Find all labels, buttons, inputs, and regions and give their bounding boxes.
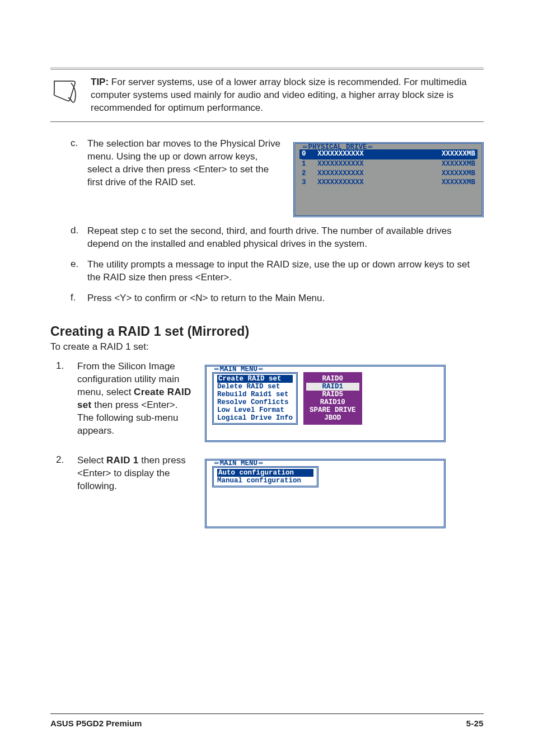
numstep-2: 2. Select RAID 1 then press <Enter> to d… [56,454,484,528]
page-footer: ASUS P5GD2 Premium 5-25 [50,713,484,728]
drive-size: XXXXXXMB [408,159,477,169]
menu-item[interactable]: Low Level Format [217,406,293,414]
tip-label: TIP: [91,77,109,87]
numstep-2-pre: Select [77,455,106,466]
drive-name: XXXXXXXXXXX [315,159,407,169]
numstep-1-post: then press <Enter>. The following sub-me… [77,400,178,436]
drive-row[interactable]: 2 XXXXXXXXXXX XXXXXXMB [299,169,477,179]
section-heading: Creating a RAID 1 set (Mirrored) [50,324,484,339]
step-f: f. Press <Y> to confirm or <N> to return… [71,292,484,305]
tip-body: For server systems, use of a lower array… [91,77,467,113]
menu-item[interactable]: Logical Drive Info [217,414,293,422]
raid-option[interactable]: RAID5 [306,391,359,398]
menu-item[interactable]: Rebuild Raid1 set [217,391,293,398]
note-icon [50,76,82,115]
drive-row[interactable]: 1 XXXXXXXXXXX XXXXXXMB [299,159,477,169]
tip-callout: TIP: For server systems, use of a lower … [50,69,484,122]
main-menu-right: RAID0 RAID1 RAID5 RAID10 SPARE DRIVE JBO… [303,372,362,425]
numstep-2-num: 2. [56,454,67,528]
footer-left: ASUS P5GD2 Premium [50,719,142,728]
menu-item[interactable]: Delete RAID set [217,383,293,391]
menu-item[interactable]: Create RAID set [217,375,293,383]
numstep-1: 1. From the Silicon Image configuration … [56,360,484,442]
step-c: c. The selection bar moves to the Physic… [71,138,484,218]
drive-idx: 2 [299,169,315,179]
config-item[interactable]: Manual configuration [217,477,313,485]
footer-page-number: 5-25 [466,719,484,728]
numstep-2-text: Select RAID 1 then press <Enter> to disp… [77,454,195,493]
tip-text: TIP: For server systems, use of a lower … [91,76,484,115]
numstep-1-num: 1. [56,360,67,442]
drive-size: XXXXXXMB [408,169,477,179]
raid-option[interactable]: RAID10 [306,398,359,406]
main-menu-left: Create RAID set Delete RAID set Rebuild … [212,372,298,425]
raid-option[interactable]: SPARE DRIVE [306,406,359,414]
physical-drive-title: PHYSICAL DRIVE [301,143,374,152]
step-c-text: The selection bar moves to the Physical … [87,138,284,189]
raid-option[interactable]: RAID0 [306,375,359,383]
section-sub: To create a RAID 1 set: [50,341,484,353]
menu-item[interactable]: Resolve Conflicts [217,398,293,406]
step-d-text: Repeat step c to set the second, third, … [87,225,484,251]
step-e-bullet: e. [71,259,82,284]
raid-option[interactable]: RAID1 [306,383,359,391]
step-d: d. Repeat step c to set the second, thir… [71,225,484,251]
physical-drive-table: 0 XXXXXXXXXXX XXXXXXMB 1 XXXXXXXXXXX XXX… [299,149,477,188]
step-f-bullet: f. [71,292,82,305]
drive-size: XXXXXXMB [408,149,477,159]
drive-size: XXXXXXMB [408,178,477,187]
config-mode-panel: MAIN MENU Auto configuration Manual conf… [205,459,446,528]
config-mode-title: MAIN MENU [212,459,265,467]
config-mode-menu: Auto configuration Manual configuration [212,466,318,487]
drive-name: XXXXXXXXXXX [315,178,407,187]
step-e: e. The utility prompts a message to inpu… [71,259,484,284]
step-c-bullet: c. [71,138,82,218]
step-d-bullet: d. [71,225,82,251]
physical-drive-panel: PHYSICAL DRIVE 0 XXXXXXXXXXX XXXXXXMB [293,142,484,218]
numstep-2-bold: RAID 1 [106,455,139,466]
step-f-text: Press <Y> to confirm or <N> to return to… [87,292,484,305]
main-menu-panel: MAIN MENU Create RAID set Delete RAID se… [205,365,446,442]
step-e-text: The utility prompts a message to input t… [87,259,484,284]
main-menu-title: MAIN MENU [212,365,265,373]
raid-option[interactable]: JBOD [306,414,359,422]
numstep-1-text: From the Silicon Image configuration uti… [77,360,195,438]
drive-idx: 1 [299,159,315,169]
drive-row[interactable]: 3 XXXXXXXXXXX XXXXXXMB [299,178,477,187]
config-item[interactable]: Auto configuration [217,469,313,477]
drive-name: XXXXXXXXXXX [315,169,407,179]
drive-idx: 3 [299,178,315,187]
